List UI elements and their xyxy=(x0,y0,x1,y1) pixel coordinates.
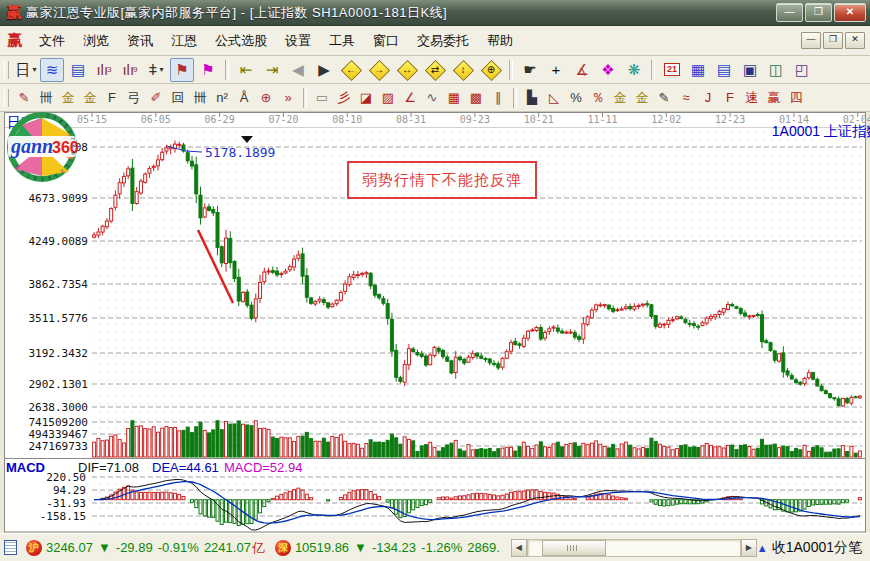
zoom-extent-button[interactable]: ↔ xyxy=(394,58,420,82)
j-angle-button[interactable]: J xyxy=(697,86,719,110)
gold-circle-button[interactable]: 金 xyxy=(609,86,631,110)
candle-style-button[interactable]: ǂ▾ xyxy=(144,58,168,82)
bars-3-button[interactable]: ılı3 xyxy=(92,58,116,82)
notes-button[interactable]: ▤ xyxy=(712,58,736,82)
close-button[interactable]: ✕ xyxy=(834,3,866,22)
menu-item-8[interactable]: 窗口 xyxy=(364,29,408,52)
wave-tool-button[interactable]: ≈ xyxy=(675,86,697,110)
scroll-left-icon[interactable]: ◀ xyxy=(511,539,527,557)
chart-style-button[interactable]: ≋ xyxy=(40,58,64,82)
crosshair-button[interactable]: + xyxy=(544,58,568,82)
f-angle-button[interactable]: F xyxy=(719,86,741,110)
minimize-button[interactable]: — xyxy=(776,3,803,22)
angle-tool-button[interactable]: ∡ xyxy=(570,58,594,82)
formula-flag-button[interactable]: ⚑ xyxy=(170,58,194,82)
price-grid2-button[interactable]: ▩ xyxy=(465,86,487,110)
draw-brush-button[interactable]: ✎ xyxy=(13,86,35,110)
market-grid-icon[interactable] xyxy=(4,540,17,555)
scroll-right-icon[interactable]: ▶ xyxy=(741,539,757,557)
scrollbar-thumb[interactable] xyxy=(542,540,606,556)
n-square-button[interactable]: n² xyxy=(211,86,233,110)
toolbar-grip[interactable] xyxy=(4,89,9,107)
color-sort-button[interactable]: ⚑ xyxy=(196,58,220,82)
swap-view-button[interactable]: ⇄ xyxy=(422,58,448,82)
shenzhen-badge-icon[interactable]: 深 xyxy=(275,540,291,556)
menu-item-6[interactable]: 设置 xyxy=(276,29,320,52)
speed-angle-button[interactable]: 速 xyxy=(741,86,763,110)
last-page-button[interactable]: ⇥ xyxy=(260,58,284,82)
gann-wheel-button[interactable]: ❋ xyxy=(622,58,646,82)
svg-text:07-20: 07-20 xyxy=(268,114,298,125)
gold-line-button[interactable]: 金 xyxy=(631,86,653,110)
save-button[interactable]: ▣ xyxy=(738,58,762,82)
hash-lines-button[interactable]: 卌 xyxy=(189,86,211,110)
percent-button[interactable]: % xyxy=(565,86,587,110)
fibo-f-button[interactable]: F xyxy=(101,86,123,110)
status-bar: 沪 3246.07 ▼ -29.89 -0.91% 2241.07 亿 深 10… xyxy=(0,533,870,561)
more-tools-button[interactable]: » xyxy=(277,86,299,110)
win-angle-button[interactable]: 赢 xyxy=(763,86,785,110)
toolbar-main: 日▾≋▤ılı3ılı9ǂ▾⚑⚑⇤⇥◀▶←→↔⇄↕⊕☛+∡❖❋21▦▤▣◫◰ xyxy=(0,56,870,84)
volume-profile-button[interactable]: ▙ xyxy=(521,86,543,110)
rect-tool-button[interactable]: ▭ xyxy=(311,86,333,110)
gann-grid-button[interactable]: 卌 xyxy=(35,86,57,110)
percent-triangle-button[interactable]: ◺ xyxy=(543,86,565,110)
calendar-button[interactable]: 21 xyxy=(660,58,684,82)
mdi-restore-button[interactable]: ❐ xyxy=(823,32,843,49)
gold-ratio-b-button[interactable]: 金 xyxy=(79,86,101,110)
fan-lines-button[interactable]: 彡 xyxy=(333,86,355,110)
toolbar-grip[interactable] xyxy=(4,61,9,79)
ink-brush-button[interactable]: ✎ xyxy=(653,86,675,110)
expand-vert-button[interactable]: ↕ xyxy=(450,58,476,82)
shift-left-button[interactable]: ← xyxy=(338,58,364,82)
magic-tool-button[interactable]: ❖ xyxy=(596,58,620,82)
svg-text:-31.93: -31.93 xyxy=(46,497,86,510)
shade-box-button[interactable]: ▨ xyxy=(377,86,399,110)
spiral-button[interactable]: 弓 xyxy=(123,86,145,110)
tick-data-label[interactable]: 收1A0001分笔 xyxy=(772,539,862,557)
mdi-close-button[interactable]: ✕ xyxy=(845,32,865,49)
first-page-button[interactable]: ⇤ xyxy=(234,58,258,82)
compass-a-button[interactable]: Å xyxy=(233,86,255,110)
export-web-button[interactable]: ◫ xyxy=(764,58,788,82)
percent-line-button[interactable]: ％ xyxy=(587,86,609,110)
scrollbar-track[interactable] xyxy=(527,539,741,557)
menu-item-2[interactable]: 浏览 xyxy=(74,29,118,52)
angle-line-button[interactable]: ∠ xyxy=(399,86,421,110)
menu-item-1[interactable]: 文件 xyxy=(30,29,74,52)
export-pc-button[interactable]: ◰ xyxy=(790,58,814,82)
info-f10-button[interactable]: ▤ xyxy=(66,58,90,82)
menu-item-3[interactable]: 资讯 xyxy=(118,29,162,52)
fan-box-button[interactable]: ◪ xyxy=(355,86,377,110)
calculator-button[interactable]: ▦ xyxy=(686,58,710,82)
sz-amount-value: 2869. xyxy=(467,540,500,555)
annotation-box[interactable]: 弱势行情下不能抢反弹 xyxy=(347,161,537,199)
shift-right-button[interactable]: → xyxy=(366,58,392,82)
price-grid-button[interactable]: ▦ xyxy=(443,86,465,110)
menu-item-9[interactable]: 交易委托 xyxy=(408,29,478,52)
menu-item-10[interactable]: 帮助 xyxy=(478,29,522,52)
target-circle-button[interactable]: ⊕ xyxy=(255,86,277,110)
horizontal-scrollbar[interactable]: ◀ ▶ xyxy=(511,539,757,557)
menu-item-7[interactable]: 工具 xyxy=(320,29,364,52)
sh-amount-unit: 亿 xyxy=(252,539,265,557)
zigzag-button[interactable]: ∿ xyxy=(421,86,443,110)
bars-9-button[interactable]: ılı9 xyxy=(118,58,142,82)
shanghai-badge-icon[interactable]: 沪 xyxy=(26,540,42,556)
mdi-minimize-button[interactable]: — xyxy=(801,32,821,49)
full-view-button[interactable]: ⊕ xyxy=(478,58,504,82)
svg-text:3511.5776: 3511.5776 xyxy=(28,312,88,325)
svg-text:12-02: 12-02 xyxy=(651,114,681,125)
red-brush-button[interactable]: ✐ xyxy=(145,86,167,110)
menu-item-5[interactable]: 公式选股 xyxy=(206,29,276,52)
next-page-button[interactable]: ▶ xyxy=(312,58,336,82)
time-cycle-button[interactable]: 回 xyxy=(167,86,189,110)
hand-tool-button[interactable]: ☛ xyxy=(518,58,542,82)
four-angle-button[interactable]: 四 xyxy=(785,86,807,110)
kline-period-button[interactable]: 日▾ xyxy=(14,58,38,82)
menu-item-4[interactable]: 江恩 xyxy=(162,29,206,52)
maximize-button[interactable]: ❐ xyxy=(805,3,832,22)
gold-ratio-a-button[interactable]: 金 xyxy=(57,86,79,110)
prev-page-button[interactable]: ◀ xyxy=(286,58,310,82)
parallel-lines-button[interactable]: ∥ xyxy=(487,86,509,110)
